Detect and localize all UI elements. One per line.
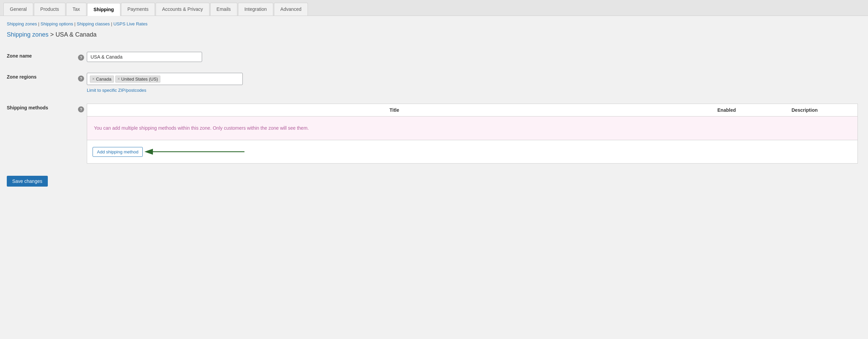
tag-canada-remove[interactable]: × bbox=[92, 77, 95, 81]
page-title-current: USA & Canada bbox=[56, 31, 97, 38]
zone-regions-label: Zone regions bbox=[7, 67, 75, 98]
shipping-methods-field-wrap: ? Title Enabled Description You ca bbox=[78, 104, 858, 164]
tab-products[interactable]: Products bbox=[34, 3, 65, 16]
arrow-annotation bbox=[150, 145, 251, 158]
tab-payments[interactable]: Payments bbox=[121, 3, 155, 16]
zone-regions-content: × Canada × United States (US) Limit to s… bbox=[87, 73, 858, 93]
zone-regions-help-icon[interactable]: ? bbox=[78, 76, 84, 82]
shipping-methods-row: Shipping methods ? Title Enabled Descrip… bbox=[7, 98, 861, 169]
shipping-methods-footer: Add shipping method bbox=[87, 140, 857, 163]
zone-name-field-cell: ? bbox=[75, 46, 861, 67]
zone-regions-input[interactable]: × Canada × United States (US) bbox=[87, 73, 243, 85]
tab-advanced[interactable]: Advanced bbox=[274, 3, 308, 16]
zone-name-label: Zone name bbox=[7, 46, 75, 67]
tab-general[interactable]: General bbox=[3, 3, 33, 16]
limit-postcodes-link[interactable]: Limit to specific ZIP/postcodes bbox=[87, 88, 858, 93]
tab-shipping[interactable]: Shipping bbox=[87, 3, 120, 16]
breadcrumb-usps[interactable]: USPS Live Rates bbox=[113, 21, 147, 26]
sm-col-description: Description bbox=[757, 107, 852, 113]
sm-col-title: Title bbox=[93, 107, 696, 113]
shipping-methods-notice: You can add multiple shipping methods wi… bbox=[87, 116, 857, 140]
sm-col-enabled: Enabled bbox=[696, 107, 757, 113]
zone-name-row: Zone name ? bbox=[7, 46, 861, 67]
arrow-svg bbox=[150, 145, 251, 158]
shipping-methods-header: Title Enabled Description bbox=[87, 104, 857, 116]
page-title-separator: > bbox=[50, 31, 56, 38]
zone-name-help-icon[interactable]: ? bbox=[78, 55, 84, 61]
main-content: Shipping zones | Shipping options | Ship… bbox=[0, 16, 868, 197]
page-title: Shipping zones > USA & Canada bbox=[7, 31, 861, 38]
page-title-link[interactable]: Shipping zones bbox=[7, 31, 48, 38]
tag-us-label: United States (US) bbox=[121, 77, 158, 82]
breadcrumb-shipping-options[interactable]: Shipping options bbox=[41, 21, 73, 26]
tabs-bar: General Products Tax Shipping Payments A… bbox=[0, 0, 868, 16]
breadcrumb: Shipping zones | Shipping options | Ship… bbox=[7, 21, 861, 26]
zone-regions-field-wrap: ? × Canada × United States (US) bbox=[78, 73, 858, 93]
zone-regions-field-cell: ? × Canada × United States (US) bbox=[75, 67, 861, 98]
tag-canada-label: Canada bbox=[96, 77, 112, 82]
breadcrumb-sep-1: | bbox=[38, 21, 41, 26]
shipping-methods-help-icon[interactable]: ? bbox=[78, 106, 84, 112]
breadcrumb-shipping-zones[interactable]: Shipping zones bbox=[7, 21, 37, 26]
save-changes-button[interactable]: Save changes bbox=[7, 176, 48, 187]
shipping-methods-table: Title Enabled Description You can add mu… bbox=[87, 104, 858, 164]
settings-form: Zone name ? Zone regions ? bbox=[7, 46, 861, 169]
tag-us: × United States (US) bbox=[115, 76, 160, 83]
tab-tax[interactable]: Tax bbox=[66, 3, 86, 16]
shipping-methods-field-cell: ? Title Enabled Description You ca bbox=[75, 98, 861, 169]
tag-us-remove[interactable]: × bbox=[118, 77, 120, 81]
tab-integration[interactable]: Integration bbox=[238, 3, 273, 16]
tag-canada: × Canada bbox=[90, 76, 114, 83]
tab-accounts-privacy[interactable]: Accounts & Privacy bbox=[156, 3, 210, 16]
shipping-methods-label: Shipping methods bbox=[7, 98, 75, 169]
breadcrumb-shipping-classes[interactable]: Shipping classes bbox=[77, 21, 110, 26]
zone-regions-row: Zone regions ? × Canada × bbox=[7, 67, 861, 98]
zone-name-input[interactable] bbox=[87, 52, 202, 62]
zone-name-field-wrap: ? bbox=[78, 52, 858, 62]
shipping-methods-content: Title Enabled Description You can add mu… bbox=[87, 104, 858, 164]
add-shipping-method-button[interactable]: Add shipping method bbox=[93, 147, 143, 157]
tab-emails[interactable]: Emails bbox=[210, 3, 237, 16]
